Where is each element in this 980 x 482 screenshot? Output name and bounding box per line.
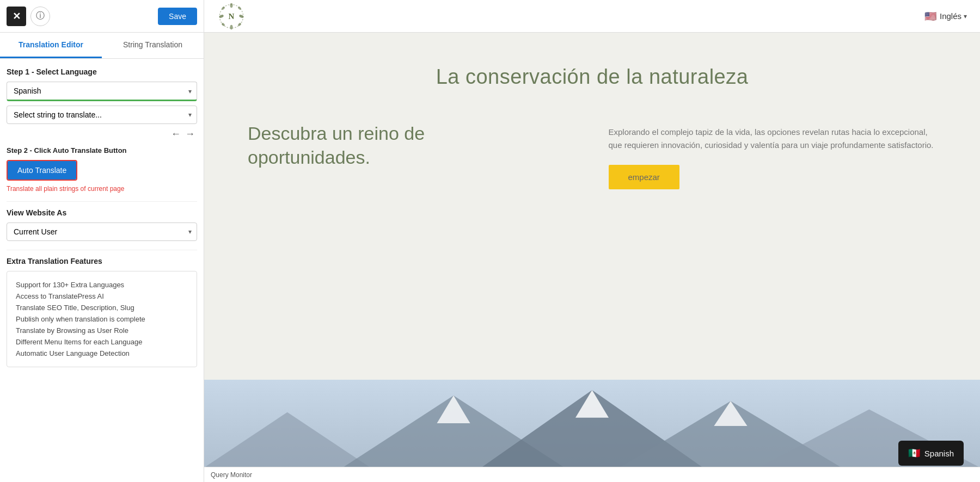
empezar-button[interactable]: empezar <box>609 165 679 189</box>
feature-4: Publish only when translation is complet… <box>16 313 188 325</box>
english-flag-icon: 🇺🇸 <box>924 10 936 22</box>
auto-translate-button[interactable]: Auto Translate <box>8 161 76 180</box>
content-area: La conservación de la naturaleza Descubr… <box>204 33 980 482</box>
svg-point-3 <box>230 3 233 7</box>
feature-5: Translate by Browsing as User Role <box>16 325 188 336</box>
close-button[interactable]: ✕ <box>7 7 26 26</box>
divider-2 <box>7 250 197 250</box>
feature-3: Translate SEO Title, Description, Slug <box>16 302 188 313</box>
string-select-wrapper: Select string to translate... ▾ <box>7 106 197 124</box>
spanish-language-badge[interactable]: 🇲🇽 Spanish <box>898 441 964 466</box>
logo-area: N <box>204 0 924 33</box>
spanish-flag-icon: 🇲🇽 <box>908 447 920 459</box>
language-select[interactable]: Spanish French German Italian Portuguese <box>7 82 197 101</box>
feature-1: Support for 130+ Extra Languages <box>16 279 188 291</box>
language-select-wrapper: Spanish French German Italian Portuguese… <box>7 82 197 101</box>
language-dropdown[interactable]: Inglés ▾ <box>940 11 967 21</box>
nav-back-button[interactable]: ← <box>171 128 181 140</box>
logo: N <box>215 0 248 33</box>
query-monitor-text: Query Monitor <box>211 471 252 479</box>
hero-body: Descubra un reino deoportunidades. Explo… <box>248 121 936 189</box>
info-button[interactable]: ⓘ <box>30 7 50 26</box>
view-select-wrapper: Current User Guest Logged In User ▾ <box>7 223 197 241</box>
chevron-down-icon: ▾ <box>964 13 967 20</box>
tab-string-translation[interactable]: String Translation <box>102 33 204 58</box>
extra-features-box: Support for 130+ Extra Languages Access … <box>7 271 197 367</box>
auto-translate-wrapper: Auto Translate <box>7 160 77 181</box>
step1-title: Step 1 - Select Language <box>7 67 197 76</box>
hero-right: Explorando el complejo tapiz de la vida,… <box>609 121 937 189</box>
svg-text:N: N <box>229 12 235 21</box>
extra-features-section: Extra Translation Features Support for 1… <box>7 257 197 367</box>
svg-point-2 <box>239 14 244 18</box>
view-website-section: View Website As Current User Guest Logge… <box>7 208 197 241</box>
hero-left: Descubra un reino deoportunidades. <box>248 121 576 169</box>
view-section-title: View Website As <box>7 208 197 217</box>
hero-description: Explorando el complejo tapiz de la vida,… <box>609 126 937 152</box>
step2-title: Step 2 - Click Auto Translate Button <box>7 146 197 155</box>
query-monitor-bar[interactable]: Query Monitor <box>204 467 980 482</box>
feature-2: Access to TranslatePress AI <box>16 291 188 302</box>
language-selector[interactable]: 🇺🇸 Inglés ▾ <box>924 10 980 22</box>
string-select[interactable]: Select string to translate... <box>7 106 197 124</box>
hero-subtitle: Descubra un reino deoportunidades. <box>248 121 576 169</box>
main-layout: Translation Editor String Translation St… <box>0 33 980 482</box>
feature-6: Different Menu Items for each Language <box>16 336 188 348</box>
top-bar-left: ✕ ⓘ Save <box>0 0 204 32</box>
hero-title: La conservación de la naturaleza <box>248 65 936 89</box>
svg-point-4 <box>230 24 233 29</box>
mountain-image <box>204 380 980 467</box>
nav-arrows: ← → <box>7 128 197 140</box>
translate-hint: Translate all plain strings of current p… <box>7 185 197 193</box>
language-label: Inglés <box>940 11 961 21</box>
hero-section: La conservación de la naturaleza Descubr… <box>204 33 980 380</box>
view-select[interactable]: Current User Guest Logged In User <box>7 223 197 241</box>
feature-7: Automatic User Language Detection <box>16 348 188 359</box>
save-button[interactable]: Save <box>158 8 197 25</box>
sidebar-content: Step 1 - Select Language Spanish French … <box>0 59 204 482</box>
sidebar: Translation Editor String Translation St… <box>0 33 204 482</box>
website-preview: La conservación de la naturaleza Descubr… <box>204 33 980 467</box>
top-bar: ✕ ⓘ Save N 🇺🇸 Inglés ▾ <box>0 0 980 33</box>
tab-translation-editor[interactable]: Translation Editor <box>0 33 102 58</box>
sidebar-tabs: Translation Editor String Translation <box>0 33 204 59</box>
nav-forward-button[interactable]: → <box>185 128 195 140</box>
divider <box>7 201 197 202</box>
extra-features-title: Extra Translation Features <box>7 257 197 265</box>
spanish-badge-label: Spanish <box>924 449 954 458</box>
